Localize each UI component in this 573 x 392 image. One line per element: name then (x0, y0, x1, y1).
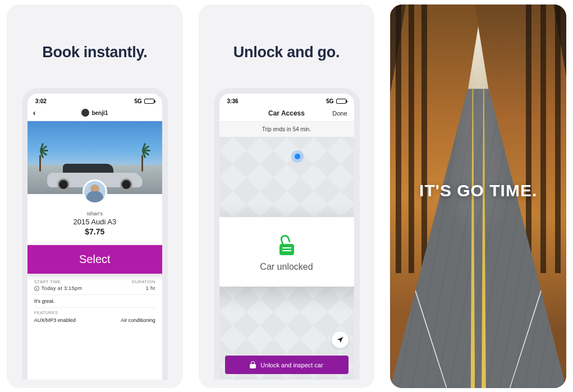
clock-icon (34, 286, 39, 291)
promo-panel-unlock: Unlock and go. 3:36 5G Car Access Done T… (199, 4, 375, 388)
features-row: AUX/MP3 enabled Air conditioning (27, 316, 162, 329)
feature-item: AUX/MP3 enabled (34, 317, 76, 323)
promo-panel-book: Book instantly. 3:02 5G ‹ benji1 (7, 4, 183, 388)
status-time: 3:02 (35, 98, 47, 104)
features-label: FEATURES (27, 308, 162, 316)
status-time: 3:36 (227, 98, 239, 104)
owner-name: Ishan's (27, 211, 162, 216)
listing-nav: ‹ benji1 (27, 107, 162, 121)
start-time-value[interactable]: Today at 3:15pm (34, 285, 82, 291)
back-chevron-icon[interactable]: ‹ (33, 108, 36, 117)
host-avatar-icon (81, 109, 89, 117)
meta-header-row: START TIME DURATION (27, 277, 162, 284)
duration-value[interactable]: 1 hr (146, 285, 155, 291)
price: $7.75 (27, 227, 162, 236)
start-time-label: START TIME (34, 279, 61, 284)
palm-tree-icon (35, 144, 45, 172)
unlock-inspect-button[interactable]: Unlock and inspect car (225, 356, 349, 374)
phone-mock-listing: 3:02 5G ‹ benji1 (22, 88, 168, 380)
status-signal: 5G (134, 98, 141, 104)
owner-avatar[interactable] (82, 179, 107, 204)
lane-line (471, 89, 475, 388)
ios-status-bar: 3:02 5G (27, 94, 162, 107)
ios-status-bar: 3:36 5G (219, 94, 354, 107)
battery-icon (144, 99, 154, 104)
select-button[interactable]: Select (22, 245, 168, 274)
host-handle[interactable]: benji1 (81, 109, 108, 117)
promo-panel-go-time: IT'S GO TIME. (390, 4, 566, 388)
compass-arrow-icon (336, 336, 344, 344)
trip-timer: Trip ends in 54 min. (219, 122, 354, 137)
listing-note: It's great. (27, 295, 162, 307)
car-unlocked-toast: Car unlocked (214, 217, 360, 287)
unlocked-padlock-icon (278, 234, 296, 255)
toast-text: Car unlocked (214, 262, 360, 272)
panel-headline: Book instantly. (42, 44, 147, 61)
recenter-button[interactable] (332, 331, 349, 348)
status-signal: 5G (326, 98, 333, 104)
listing-summary: Ishan's 2015 Audi A3 $7.75 (27, 194, 162, 242)
duration-label: DURATION (132, 279, 155, 284)
nav-title: Car Access (268, 109, 305, 117)
go-time-overlay: IT'S GO TIME. (390, 181, 566, 200)
feature-item: Air conditioning (121, 317, 155, 323)
done-button[interactable]: Done (332, 110, 347, 117)
meta-value-row: Today at 3:15pm 1 hr (27, 284, 162, 294)
car-access-nav: Car Access Done (219, 107, 354, 122)
lane-line (482, 89, 486, 388)
location-dot-icon (295, 154, 300, 159)
battery-icon (336, 99, 346, 104)
panel-headline: Unlock and go. (233, 44, 340, 61)
phone-mock-unlock: 3:36 5G Car Access Done Trip ends in 54 … (214, 88, 360, 380)
car-title: 2015 Audi A3 (27, 218, 162, 226)
lock-icon (250, 361, 256, 368)
